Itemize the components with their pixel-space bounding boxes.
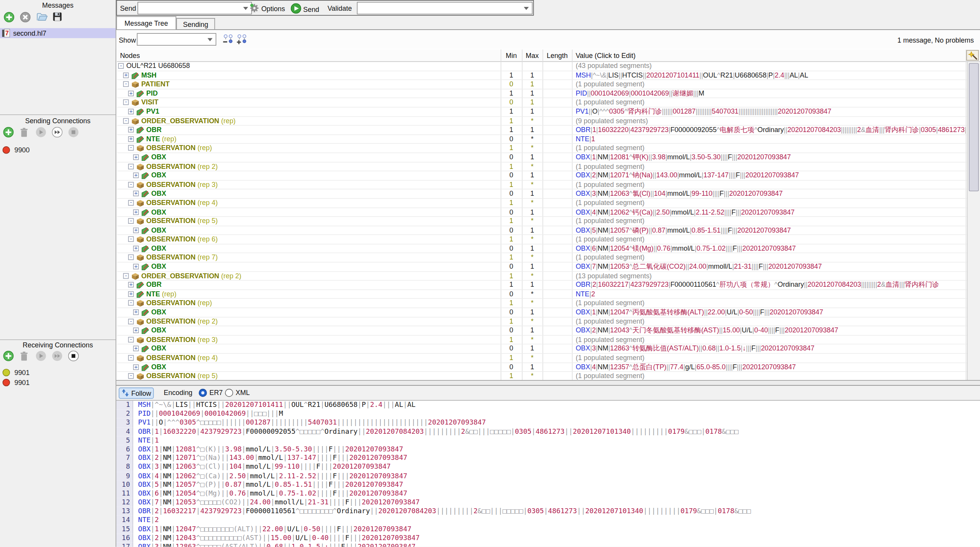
message-line[interactable]: 17OBX|3|NM|12863^□□□□□(AST/ALT)||0.68||1… [116,542,980,547]
add-message-icon[interactable] [4,12,15,23]
tree-row[interactable]: +OBX01OBX|2|NM|12071^钠(Na)||143.00|mmol/… [117,171,980,180]
connection-list-item[interactable]: 9900 [0,145,116,155]
tree-row[interactable]: +OBX01OBX|1|NM|12081^钾(K)||3.98|mmol/L|3… [117,153,980,162]
message-line[interactable]: 14NTE|2 [116,516,980,525]
value-cell[interactable]: (1 populated segment) [576,335,966,344]
expand-node-icon[interactable]: + [133,173,139,178]
message-line[interactable]: 10OBX|5|NM|12057^□(P)||0.87|mmol/L|0.85-… [116,481,980,489]
value-cell[interactable]: OBX|3|NM|12863^转氨酶比值(AST/ALT)||0.68||1.0… [576,345,966,353]
tree-row[interactable]: +NTE (rep)0*NTE|1 [117,135,980,144]
message-line[interactable]: 3PV1||O|^^^0305^□□□□□||||||001287|||||||… [116,418,980,427]
message-line[interactable]: 15OBX|1|NM|12047^□□□□□□□□(ALT)||22.00|U/… [116,525,980,534]
tree-row[interactable]: -OBSERVATION (rep)1*(1 populated segment… [117,144,980,153]
expand-node-icon[interactable]: + [133,191,139,197]
collapse-node-icon[interactable]: - [128,164,134,169]
value-cell[interactable]: (1 populated segment) [576,144,966,152]
value-cell[interactable]: (1 populated segment) [576,372,966,380]
message-line[interactable]: 7OBX|2|NM|12071^□(Na)||143.00|mmol/L|137… [116,454,980,463]
expand-node-icon[interactable]: + [128,109,134,114]
value-cell[interactable]: OBX|1|NM|12081^钾(K)||3.98|mmol/L|3.50-5.… [576,153,966,162]
tree-row[interactable]: +MSH11MSH|^~\&|LIS||HTCIS||2020120710141… [117,71,980,80]
tree-row[interactable]: -OBSERVATION (rep 2)1*(1 populated segme… [117,317,980,327]
tree-row[interactable]: -PATIENT01(1 populated segment) [117,80,980,89]
value-cell[interactable]: OBX|5|NM|12057^磷(P)||0.87|mmol/L|0.85-1.… [576,226,966,235]
collapse-node-icon[interactable]: - [118,63,124,69]
collapse-node-icon[interactable]: - [128,182,134,187]
collapse-node-icon[interactable]: - [128,145,134,151]
value-cell[interactable]: OBX|4|NM|12062^钙(Ca)||2.50|mmol/L|2.11-2… [576,208,966,216]
tree-scrollbar[interactable] [967,62,980,380]
tab-sending[interactable]: Sending [176,18,215,29]
connection-list-item[interactable]: 9901 [0,377,116,387]
expand-node-icon[interactable]: + [128,91,134,96]
message-line[interactable]: 1MSH|^~\&|LIS||HTCIS||20201207101411||OU… [116,401,980,410]
collapse-node-icon[interactable]: - [128,218,134,224]
tree-row[interactable]: +OBX01OBX|5|NM|12057^磷(P)||0.87|mmol/L|0… [117,226,980,235]
value-cell[interactable]: MSH|^~\&|LIS||HTCIS||20201207101411||OUL… [576,71,966,79]
tree-row[interactable]: +OBX01OBX|6|NM|12054^镁(Mg)||0.76|mmol/L|… [117,244,980,253]
options-button[interactable]: Options [250,3,285,14]
expand-node-icon[interactable]: + [133,309,139,315]
expand-node-icon[interactable]: + [128,127,134,133]
message-line[interactable]: 4OBR|1|16032220|4237929723|F00000092055^… [116,427,980,436]
value-cell[interactable]: OBR|1|16032220|4237929723|F00000092055^电… [576,126,966,134]
value-cell[interactable]: (1 populated segment) [576,162,966,171]
stop-connection-icon[interactable] [68,127,79,138]
horizontal-splitter[interactable] [116,380,980,385]
value-cell[interactable]: OBX|4|NM|12357^总蛋白(TP)||77.4|g/L|65.0-85… [576,363,966,371]
start-all-connections-icon[interactable] [52,350,63,361]
value-cell[interactable]: (43 populated segments) [576,62,966,70]
message-line[interactable]: 13OBR|2|16032217|4237929723|F00000110561… [116,507,980,516]
radio-er7[interactable] [199,389,207,397]
save-file-icon[interactable] [53,12,64,23]
value-cell[interactable]: (1 populated segment) [576,80,966,89]
expand-node-icon[interactable]: + [133,328,139,334]
tree-row[interactable]: +OBR11OBR|2|16032217|4237929723|F0000011… [117,281,980,290]
tree-row[interactable]: -OBSERVATION (rep)1*(1 populated segment… [117,299,980,308]
tree-row[interactable]: +OBX01OBX|1|NM|12047^丙氨酸氨基转移酶(ALT)||22.0… [117,308,980,317]
collapse-node-icon[interactable]: - [128,300,134,306]
magic-wand-button[interactable] [966,50,979,61]
sidebar-divider-2[interactable] [0,339,116,340]
start-connection-icon[interactable] [36,350,47,361]
value-cell[interactable]: (9 populated segments) [576,117,966,125]
value-cell[interactable]: OBX|3|NM|12063^氯(Cl)||104|mmol/L|99-110|… [576,190,966,198]
collapse-node-icon[interactable]: - [123,81,129,87]
expand-node-icon[interactable]: + [133,154,139,160]
add-connection-icon[interactable] [3,350,14,361]
value-cell[interactable]: (1 populated segment) [576,98,966,107]
delete-connection-icon[interactable] [19,350,30,361]
tree-row[interactable]: -OBSERVATION (rep 2)1*(1 populated segme… [117,162,980,172]
message-line[interactable]: 12OBX|7|NM|12053^□□□□□(CO2)||24.00|mmoll… [116,498,980,507]
value-cell[interactable]: (1 populated segment) [576,317,966,326]
value-cell[interactable]: (13 populated segments) [576,272,966,280]
follow-toggle-button[interactable]: Follow [119,388,154,399]
collapse-node-icon[interactable]: - [128,200,134,206]
collapse-node-icon[interactable]: - [123,118,129,124]
collapse-node-icon[interactable]: - [128,254,134,260]
stop-connection-icon[interactable] [68,350,79,361]
value-cell[interactable]: (1 populated segment) [576,235,966,244]
tree-row[interactable]: +OBX01OBX|7|NM|12053^总二氧化碳(CO2)||24.00|m… [117,263,980,272]
tree-row[interactable]: -OBSERVATION (rep 3)1*(1 populated segme… [117,180,980,190]
tree-row[interactable]: +OBX01OBX|4|NM|12357^总蛋白(TP)||77.4|g/L|6… [117,363,980,372]
expand-all-icon[interactable] [236,34,247,46]
tree-row[interactable]: +OBX01OBX|4|NM|12062^钙(Ca)||2.50|mmol/L|… [117,208,980,217]
tree-row[interactable]: +OBX01OBX|3|NM|12063^氯(Cl)||104|mmol/L|9… [117,190,980,199]
value-cell[interactable]: PID||0001042069|0001042069||谢继媚|||M [576,89,966,98]
tree-row[interactable]: -OBSERVATION (rep 5)1*(1 populated segme… [117,372,980,380]
collapse-node-icon[interactable]: - [128,355,134,361]
start-all-connections-icon[interactable] [52,127,63,138]
value-cell[interactable]: (1 populated segment) [576,217,966,225]
expand-node-icon[interactable]: + [128,136,134,142]
start-connection-icon[interactable] [36,127,47,138]
scrollbar-thumb[interactable] [969,63,979,191]
show-combobox[interactable]: Populated [137,33,216,46]
value-cell[interactable]: PV1||O|^^^0305^肾内科门诊||||||001287||||||||… [576,107,966,116]
tree-row[interactable]: -ORDER_OBSERVATION (rep)1*(9 populated s… [117,117,980,126]
expand-node-icon[interactable]: + [133,364,139,370]
expand-node-icon[interactable]: + [133,209,139,215]
value-cell[interactable]: OBR|2|16032217|4237929723|F00000110561^肝… [576,281,966,289]
send-button[interactable]: Send [291,3,319,15]
add-connection-icon[interactable] [3,127,14,138]
